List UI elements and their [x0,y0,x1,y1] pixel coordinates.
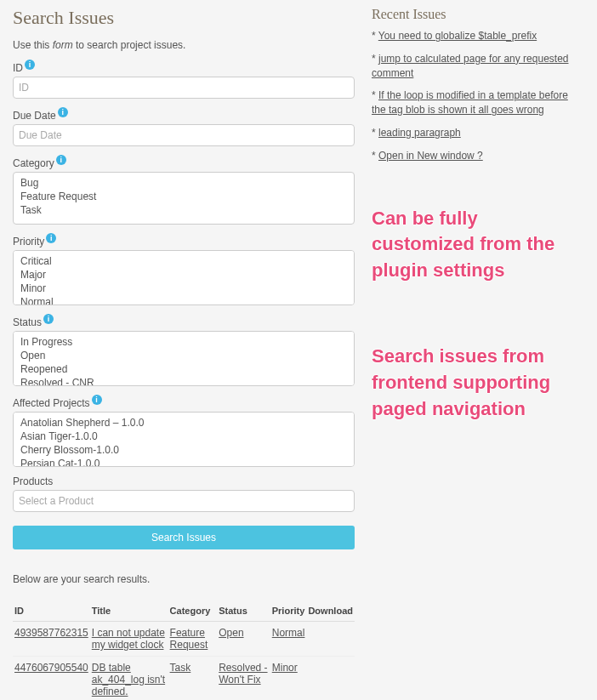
status-listbox[interactable]: In Progress Open Reopened Resolved - CNR [13,331,355,386]
issue-priority-link[interactable]: Minor [272,662,298,674]
priority-label: Priorityi [13,233,355,248]
recent-item: * leading paragraph [372,126,584,140]
info-icon[interactable]: i [92,395,102,405]
search-issues-button[interactable]: Search Issues [13,526,355,549]
info-icon[interactable]: i [43,314,54,324]
list-item[interactable]: Reopened [14,362,354,376]
issue-priority-link[interactable]: Normal [272,627,305,639]
priority-listbox[interactable]: Critical Major Minor Normal [13,250,355,305]
list-item[interactable]: Open [14,349,354,362]
info-icon[interactable]: i [46,233,56,243]
list-item[interactable]: Critical [14,254,354,268]
issue-id-link[interactable]: 4939587762315 [14,627,88,639]
issue-title-link[interactable]: DB table ak_404_log isn't defined. [92,662,165,697]
category-label-text: Category [13,157,54,169]
col-download: Download [306,600,355,622]
list-item[interactable]: Asian Tiger-1.0.0 [14,430,354,443]
col-id: ID [13,600,90,622]
instruction-em: form [53,39,73,51]
results-intro: Below are your search results. [13,573,355,585]
page-title: Search Issues [13,7,355,29]
projects-label: Affected Projectsi [13,395,355,409]
recent-issues-title: Recent Issues [372,7,584,22]
list-item[interactable]: Anatolian Shepherd – 1.0.0 [14,416,354,430]
category-label: Categoryi [13,155,355,169]
priority-label-text: Priority [13,236,44,248]
instruction-pre: Use this [13,39,53,51]
col-status: Status [217,600,270,622]
list-item[interactable]: Bug [14,176,354,190]
col-category: Category [168,600,218,622]
list-item[interactable]: Cherry Blossom-1.0.0 [14,443,354,457]
issue-status-link[interactable]: Resolved - Won't Fix [219,662,267,686]
instruction-post: to search project issues. [73,39,186,51]
issue-category-link[interactable]: Feature Request [170,627,208,651]
projects-listbox[interactable]: Anatolian Shepherd – 1.0.0 Asian Tiger-1… [13,412,355,467]
list-item[interactable]: Resolved - CNR [14,376,354,386]
issue-id-link[interactable]: 4476067905540 [14,662,88,674]
recent-link[interactable]: Open in New window ? [378,150,483,162]
recent-link[interactable]: You need to globalize $table_prefix [378,30,537,42]
status-label-text: Status [13,316,42,328]
status-label: Statusi [13,314,355,328]
due-date-input[interactable] [13,124,355,146]
recent-link[interactable]: If the loop is modified in a template be… [372,89,568,116]
issue-category-link[interactable]: Task [170,662,191,674]
issue-title-link[interactable]: I can not update my widget clock [92,627,165,651]
id-input[interactable] [13,77,355,99]
recent-item: * You need to globalize $table_prefix [372,29,584,43]
recent-link[interactable]: jump to calculated page for any requeste… [372,53,569,79]
recent-link[interactable]: leading paragraph [378,127,461,139]
info-icon[interactable]: i [25,60,35,70]
due-date-label: Due Datei [13,107,355,122]
col-priority: Priority [270,600,307,622]
list-item[interactable]: Minor [14,282,354,295]
recent-item: * If the loop is modified in a template … [372,88,584,117]
category-listbox[interactable]: Bug Feature Request Task [13,172,355,225]
table-row: 4476067905540 DB table ak_404_log isn't … [13,657,355,701]
products-label: Products [13,475,355,487]
list-item[interactable]: Persian Cat-1.0.0 [14,457,354,467]
col-title: Title [90,600,168,622]
promo-text-1: Can be fully customized from the plugin … [372,206,584,284]
list-item[interactable]: In Progress [14,335,354,349]
due-date-label-text: Due Date [13,110,56,122]
results-table: ID Title Category Status Priority Downlo… [13,600,355,700]
recent-item: * jump to calculated page for any reques… [372,52,584,81]
table-row: 4939587762315 I can not update my widget… [13,622,355,657]
list-item[interactable]: Major [14,268,354,282]
list-item[interactable]: Task [14,203,354,217]
id-label-text: ID [13,62,23,74]
info-icon[interactable]: i [58,107,68,117]
id-label: IDi [13,60,355,74]
list-item[interactable]: Feature Request [14,190,354,203]
instruction-text: Use this form to search project issues. [13,39,355,51]
promo-text-2: Search issues from frontend supporting p… [372,344,584,422]
recent-item: * Open in New window ? [372,149,584,163]
issue-status-link[interactable]: Open [219,627,243,639]
info-icon[interactable]: i [56,155,66,165]
list-item[interactable]: Normal [14,295,354,305]
projects-label-text: Affected Projects [13,397,90,409]
products-select[interactable]: Select a Product [13,490,355,512]
